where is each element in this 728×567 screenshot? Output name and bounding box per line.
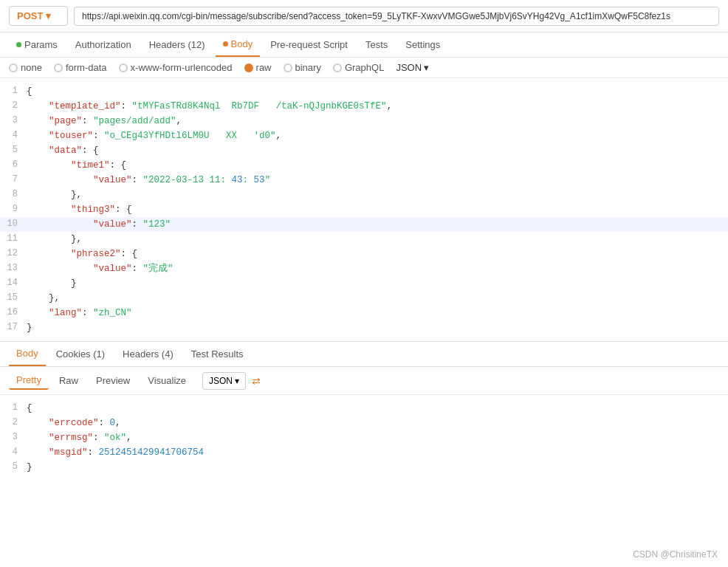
code-line: 9 "thing3": { (0, 202, 728, 217)
method-select[interactable]: POST ▾ (9, 6, 68, 26)
json-format-label: JSON (396, 62, 422, 73)
line-content: "value": "123" (27, 217, 722, 232)
line-content: } (27, 320, 722, 335)
radio-dot-icon (54, 63, 63, 72)
body-type-binary[interactable]: binary (284, 62, 321, 73)
resp-tab-headers(4)[interactable]: Headers (4) (115, 343, 181, 365)
line-content: { (27, 84, 722, 99)
response-code-editor: 1{2 "errcode": 0,3 "errmsg": "ok",4 "msg… (0, 395, 728, 484)
code-line: 6 "time1": { (0, 158, 728, 173)
req-tab-label: Body (231, 38, 253, 49)
resp-tool-visualize[interactable]: Visualize (140, 372, 193, 389)
resp-code-line: 5} (0, 460, 728, 475)
line-content: "page": "pages/add/add", (27, 114, 722, 128)
code-line: 1{ (0, 84, 728, 99)
response-section: BodyCookies (1)Headers (4)Test Results P… (0, 342, 728, 484)
radio-dot-icon (119, 63, 128, 72)
request-code-editor[interactable]: 1{2 "template_id": "tMYFasTRd8K4Nql Rb7D… (0, 78, 728, 342)
line-number: 13 (6, 261, 27, 275)
resp-line-content: "errcode": 0, (27, 416, 722, 430)
resp-code-line: 2 "errcode": 0, (0, 416, 728, 430)
resp-line-number: 4 (6, 445, 27, 459)
line-number: 16 (6, 306, 27, 320)
line-number: 9 (6, 202, 27, 216)
url-input[interactable] (74, 7, 719, 26)
line-content: "data": { (27, 143, 722, 158)
line-number: 1 (6, 84, 27, 98)
line-content: "thing3": { (27, 202, 722, 217)
line-number: 2 (6, 99, 27, 113)
req-tab-params[interactable]: Params (9, 33, 65, 56)
body-type-raw[interactable]: raw (244, 62, 272, 73)
code-line: 12 "phrase2": { (0, 247, 728, 261)
body-type-form-data[interactable]: form-data (54, 62, 107, 73)
radio-dot-icon (9, 63, 18, 72)
radio-dot-icon (244, 63, 253, 72)
resp-line-number: 1 (6, 401, 27, 415)
code-line: 2 "template_id": "tMYFasTRd8K4Nql Rb7DF … (0, 99, 728, 114)
resp-line-number: 2 (6, 416, 27, 430)
line-content: "phrase2": { (27, 247, 722, 261)
code-line: 5 "data": { (0, 143, 728, 158)
line-content: "value": "完成" (27, 261, 722, 276)
resp-json-select-button[interactable]: JSON▾ (202, 372, 246, 390)
line-number: 17 (6, 320, 27, 334)
radio-dot-icon (284, 63, 292, 72)
line-content: "template_id": "tMYFasTRd8K4Nql Rb7DF /t… (27, 99, 722, 114)
resp-code-line: 3 "errmsg": "ok", (0, 430, 728, 445)
resp-line-number: 3 (6, 430, 27, 444)
line-content: "value": "2022-03-13 11: 43: 53" (27, 173, 722, 188)
json-format-button[interactable]: JSON▾ (396, 62, 429, 73)
line-number: 11 (6, 232, 27, 246)
body-type-label: binary (295, 62, 321, 73)
resp-tab-cookies(1)[interactable]: Cookies (1) (49, 343, 112, 365)
resp-tool-raw[interactable]: Raw (52, 372, 86, 389)
req-tab-headers(12)[interactable]: Headers (12) (142, 33, 213, 56)
req-tab-authorization[interactable]: Authorization (68, 33, 139, 56)
resp-line-number: 5 (6, 460, 27, 474)
filter-icon[interactable]: ⇄ (252, 375, 261, 387)
method-label: POST (17, 10, 43, 21)
req-tab-pre-requestscript[interactable]: Pre-request Script (263, 33, 355, 56)
line-number: 12 (6, 247, 27, 261)
body-type-label: x-www-form-urlencoded (131, 62, 233, 73)
response-tabs: BodyCookies (1)Headers (4)Test Results (0, 342, 728, 367)
chevron-down-icon: ▾ (235, 376, 239, 386)
req-tab-label: Params (24, 39, 58, 50)
resp-tool-preview[interactable]: Preview (89, 372, 137, 389)
code-line: 13 "value": "完成" (0, 261, 728, 276)
body-type-graphql[interactable]: GraphQL (333, 62, 384, 73)
orange-dot-icon (223, 41, 228, 47)
line-content: }, (27, 188, 722, 202)
code-line: 8 }, (0, 188, 728, 202)
resp-line-content: { (27, 401, 722, 416)
green-dot-icon (16, 42, 21, 47)
line-content: "time1": { (27, 158, 722, 173)
line-number: 10 (6, 217, 27, 231)
body-type-label: none (21, 62, 42, 73)
code-line: 15 }, (0, 291, 728, 306)
body-type-label: form-data (66, 62, 107, 73)
resp-line-content: } (27, 460, 722, 475)
chevron-down-icon: ▾ (424, 62, 429, 73)
resp-tab-testresults[interactable]: Test Results (184, 343, 251, 365)
body-type-none[interactable]: none (9, 62, 42, 73)
req-tab-body[interactable]: Body (216, 32, 261, 57)
resp-tab-body[interactable]: Body (9, 342, 46, 366)
code-line: 7 "value": "2022-03-13 11: 43: 53" (0, 173, 728, 188)
code-line: 17} (0, 320, 728, 335)
req-tab-tests[interactable]: Tests (358, 33, 395, 56)
line-number: 5 (6, 143, 27, 157)
line-number: 4 (6, 128, 27, 142)
body-type-label: raw (256, 62, 272, 73)
req-tab-settings[interactable]: Settings (398, 33, 447, 56)
line-number: 8 (6, 188, 27, 202)
code-line: 16 "lang": "zh_CN" (0, 306, 728, 320)
resp-code-line: 1{ (0, 401, 728, 416)
req-tab-label: Settings (405, 39, 440, 50)
request-tabs: ParamsAuthorizationHeaders (12)BodyPre-r… (0, 32, 728, 58)
resp-tool-pretty[interactable]: Pretty (9, 371, 49, 390)
code-line: 10 "value": "123" (0, 217, 728, 232)
line-content: } (27, 276, 722, 291)
body-type-x-www-form-urlencoded[interactable]: x-www-form-urlencoded (119, 62, 233, 73)
